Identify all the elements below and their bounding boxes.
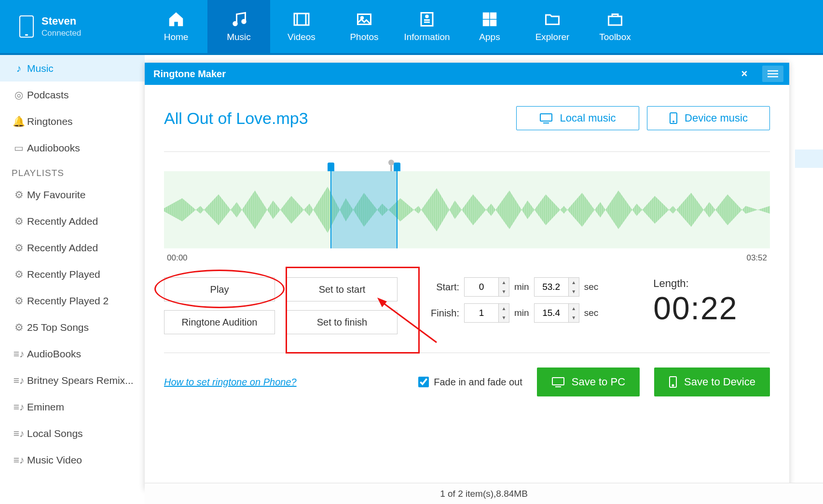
svg-rect-11 [483,13,489,19]
playlist-item[interactable]: ⚙My Favourite [0,181,145,208]
unit-sec2: sec [584,308,599,318]
waveform-start-time: 00:00 [167,253,188,263]
start-sec-spinner[interactable]: ▲▼ [569,277,579,297]
list-icon: ≡♪ [14,428,24,439]
photos-icon [356,11,373,28]
unit-min: min [514,282,529,292]
tab-music[interactable]: Music [207,0,270,53]
svg-rect-12 [491,13,496,19]
save-to-pc-button[interactable]: Save to PC [537,368,640,396]
list-icon: ≡♪ [14,375,24,386]
finish-min-spinner[interactable]: ▲▼ [499,303,509,323]
playlist-item[interactable]: ⚙Recently Added [0,208,145,234]
unit-min2: min [514,308,529,318]
tab-information[interactable]: Information [396,0,458,53]
playlist-item[interactable]: ≡♪AudioBooks [0,341,145,367]
fade-checkbox-wrap[interactable]: Fade in and fade out [418,377,522,388]
finish-label: Finish: [421,308,459,319]
ringtone-audition-button[interactable]: Ringtone Audition [164,310,275,334]
podcast-icon: ◎ [14,90,24,100]
svg-rect-13 [483,20,489,26]
svg-rect-19 [540,114,552,121]
device-info: Steven Connected [0,0,145,53]
playlist-item[interactable]: ⚙Recently Added [0,234,145,261]
main-tabs: HomeMusicVideosPhotosInformationAppsExpl… [145,0,646,53]
playlist-item[interactable]: ≡♪Local Songs [0,420,145,447]
close-icon[interactable]: × [733,63,755,85]
finish-min-input[interactable] [464,303,499,323]
playlist-item[interactable]: ⚙Recently Played [0,261,145,287]
ringtone-maker-dialog: Ringtone Maker × All Out of Love.mp3 Loc… [145,63,789,490]
toolbox-icon [606,11,624,28]
finish-sec-spinner[interactable]: ▲▼ [569,303,579,323]
save-device-label: Save to Device [684,376,755,388]
start-min-spinner[interactable]: ▲▼ [499,277,509,297]
fade-checkbox[interactable] [418,377,429,387]
playlist-item[interactable]: ⚙Recently Played 2 [0,287,145,314]
tab-apps[interactable]: Apps [458,0,521,53]
set-to-start-button[interactable]: Set to start [287,277,398,301]
device-music-button[interactable]: Device music [647,106,770,130]
status-bar: 1 of 2 item(s),8.84MB [145,483,823,504]
play-button[interactable]: Play [164,277,275,301]
length-value: 00:22 [653,290,738,327]
tab-home[interactable]: Home [145,0,207,53]
save-pc-label: Save to PC [572,376,625,388]
apps-icon [481,11,498,28]
help-link[interactable]: How to set ringtone on Phone? [164,377,297,388]
current-file-name: All Out of Love.mp3 [164,109,308,128]
tab-videos[interactable]: Videos [270,0,333,53]
unit-sec: sec [584,282,599,292]
svg-rect-15 [609,16,622,25]
waveform-selection[interactable] [330,171,397,248]
local-music-button[interactable]: Local music [516,106,639,130]
gear-icon: ⚙ [14,243,24,253]
sidebar: ♪Music◎Podcasts🔔Ringtones▭AudiobooksPLAY… [0,55,145,504]
main-area: Ringtone Maker × All Out of Love.mp3 Loc… [145,55,823,504]
waveform-end-time: 03:52 [746,253,767,263]
local-music-label: Local music [560,112,616,124]
svg-rect-14 [491,20,496,26]
home-icon [167,11,185,28]
gear-icon: ⚙ [14,190,24,200]
list-icon: ≡♪ [14,402,24,412]
svg-point-28 [672,385,674,386]
list-icon: ≡♪ [14,455,24,465]
book-icon: ▭ [14,143,24,153]
hamburger-menu-icon[interactable] [762,66,783,82]
finish-sec-input[interactable] [534,303,569,323]
phone-icon [19,15,34,38]
svg-point-22 [673,121,674,122]
waveform[interactable] [164,171,770,248]
save-to-device-button[interactable]: Save to Device [654,368,770,396]
tab-explorer[interactable]: Explorer [521,0,584,53]
sidebar-item-audiobooks[interactable]: ▭Audiobooks [0,135,145,161]
playlist-item[interactable]: ≡♪Britney Spears Remix... [0,367,145,394]
sidebar-item-podcasts[interactable]: ◎Podcasts [0,82,145,108]
background-list-hint [795,101,823,188]
sidebar-item-ringtones[interactable]: 🔔Ringtones [0,108,145,135]
playlist-item[interactable]: ≡♪Eminem [0,394,145,420]
dialog-titlebar: Ringtone Maker × [145,63,789,85]
information-icon [418,11,436,28]
dialog-title-text: Ringtone Maker [153,68,226,80]
set-to-finish-button[interactable]: Set to finish [287,310,398,334]
music-icon [230,11,247,28]
tab-photos[interactable]: Photos [333,0,396,53]
playhead-icon[interactable] [388,160,394,165]
top-header: Steven Connected HomeMusicVideosPhotosIn… [0,0,823,53]
playlists-header: PLAYLISTS [0,161,145,181]
length-label: Length: [653,277,738,290]
bell-icon: 🔔 [14,116,24,127]
gear-icon: ⚙ [14,296,24,306]
gear-icon: ⚙ [14,322,24,333]
sidebar-item-music[interactable]: ♪Music [0,55,145,82]
list-icon: ≡♪ [14,349,24,359]
tab-toolbox[interactable]: Toolbox [584,0,646,53]
device-status: Connected [41,28,81,38]
svg-point-1 [242,19,246,24]
playlist-item[interactable]: ≡♪Music Video [0,447,145,473]
start-sec-input[interactable] [534,277,569,297]
playlist-item[interactable]: ⚙25 Top Songs [0,314,145,341]
start-min-input[interactable] [464,277,499,297]
